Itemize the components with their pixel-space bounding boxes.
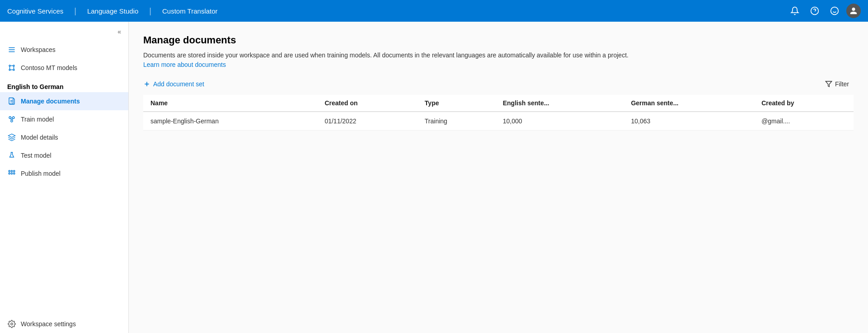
flask-icon — [7, 151, 16, 160]
filter-icon — [825, 80, 832, 88]
sidebar-item-model-details-label: Model details — [21, 134, 58, 141]
bell-icon — [790, 6, 799, 15]
svg-line-20 — [10, 118, 11, 120]
toolbar: Add document set Filter — [143, 78, 854, 90]
sidebar-item-workspace-settings-label: Workspace settings — [21, 320, 76, 328]
menu-icon — [7, 45, 16, 54]
sidebar-item-publish-model[interactable]: Publish model — [0, 164, 128, 183]
sidebar-item-train-model[interactable]: Train model — [0, 110, 128, 128]
settings-icon — [7, 319, 16, 328]
svg-line-21 — [12, 118, 13, 120]
svg-point-7 — [9, 69, 10, 70]
svg-rect-23 — [11, 170, 13, 172]
models-icon — [7, 63, 16, 72]
smiley-icon — [830, 6, 839, 15]
notification-button[interactable] — [787, 3, 803, 19]
topbar: Cognitive Services | Language Studio | C… — [0, 0, 868, 22]
person-icon — [849, 7, 858, 15]
table-cell: 10,000 — [496, 112, 624, 131]
page-title: Manage documents — [143, 34, 854, 46]
col-german-sentences: German sente... — [624, 95, 754, 112]
collapse-sidebar-button[interactable]: « — [115, 26, 124, 37]
topbar-custom-translator[interactable]: Custom Translator — [162, 7, 218, 15]
table-row[interactable]: sample-English-German01/11/2022Training1… — [143, 112, 854, 131]
topbar-sep2: | — [149, 6, 151, 16]
train-icon — [7, 115, 16, 124]
svg-rect-22 — [9, 170, 10, 172]
svg-rect-2 — [9, 47, 15, 48]
svg-point-5 — [9, 65, 10, 66]
sidebar-item-model-details[interactable]: Model details — [0, 128, 128, 146]
plus-icon — [143, 80, 150, 88]
svg-rect-25 — [11, 173, 13, 174]
topbar-language-studio[interactable]: Language Studio — [87, 7, 138, 15]
user-avatar-button[interactable] — [846, 4, 861, 18]
col-name: Name — [143, 95, 317, 112]
svg-rect-27 — [14, 173, 15, 174]
question-icon — [810, 6, 819, 15]
svg-point-1 — [831, 7, 839, 15]
table-cell: sample-English-German — [143, 112, 317, 131]
sidebar-item-publish-model-label: Publish model — [21, 170, 61, 177]
svg-point-18 — [11, 120, 13, 122]
col-created-by: Created by — [754, 95, 854, 112]
table-cell: 10,063 — [624, 112, 754, 131]
sidebar-item-contoso-mt-label: Contoso MT models — [21, 64, 77, 71]
svg-marker-31 — [826, 81, 831, 87]
svg-point-17 — [13, 117, 15, 119]
svg-rect-4 — [9, 52, 15, 52]
sidebar-section-english-to-german: English to German — [0, 77, 128, 92]
publish-icon — [7, 169, 16, 178]
sidebar: « Workspaces — [0, 22, 129, 333]
col-type: Type — [418, 95, 496, 112]
sidebar-item-workspace-settings[interactable]: Workspace settings — [0, 315, 128, 333]
main-content: Manage documents Documents are stored in… — [129, 22, 868, 333]
topbar-brand: Cognitive Services | Language Studio | C… — [7, 6, 218, 16]
col-english-sentences: English sente... — [496, 95, 624, 112]
learn-more-link[interactable]: Learn more about documents — [143, 61, 226, 68]
sidebar-item-test-model[interactable]: Test model — [0, 146, 128, 164]
svg-point-16 — [9, 117, 11, 119]
layout: « Workspaces — [0, 22, 868, 333]
sidebar-item-train-model-label: Train model — [21, 116, 54, 123]
svg-point-8 — [13, 69, 14, 70]
sidebar-item-contoso-mt-models[interactable]: Contoso MT models — [0, 59, 128, 77]
document-icon — [7, 97, 16, 106]
sidebar-item-manage-docs-label: Manage documents — [21, 98, 80, 105]
svg-rect-26 — [14, 170, 15, 172]
documents-table: Name Created on Type English sente... Ge… — [143, 95, 854, 131]
topbar-cognitive-services[interactable]: Cognitive Services — [7, 7, 63, 15]
sidebar-item-workspaces[interactable]: Workspaces — [0, 41, 128, 59]
sidebar-item-workspaces-label: Workspaces — [21, 46, 56, 53]
sidebar-item-test-model-label: Test model — [21, 152, 52, 159]
sidebar-item-manage-documents[interactable]: Manage documents — [0, 92, 128, 110]
topbar-right — [787, 3, 861, 19]
feedback-button[interactable] — [826, 3, 843, 19]
col-created-on: Created on — [317, 95, 417, 112]
svg-point-28 — [11, 323, 13, 325]
topbar-sep1: | — [74, 6, 76, 16]
table-cell: @gmail.... — [754, 112, 854, 131]
table-cell: Training — [418, 112, 496, 131]
svg-rect-13 — [9, 98, 13, 104]
svg-point-6 — [13, 65, 14, 66]
table-cell: 01/11/2022 — [317, 112, 417, 131]
svg-rect-24 — [9, 173, 10, 174]
cube-icon — [7, 133, 16, 142]
help-button[interactable] — [807, 3, 823, 19]
page-description: Documents are stored inside your workspa… — [143, 51, 640, 70]
filter-button[interactable]: Filter — [821, 78, 854, 90]
svg-rect-3 — [9, 49, 15, 50]
add-document-set-button[interactable]: Add document set — [143, 78, 204, 90]
